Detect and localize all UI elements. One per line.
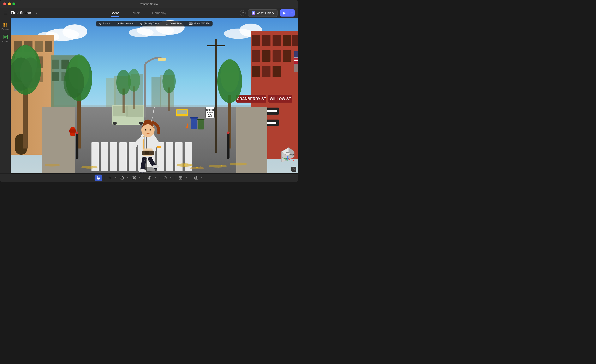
- tool-group-camera: ▾: [193, 175, 204, 181]
- rotate-tool-dropdown[interactable]: ▾: [126, 175, 130, 181]
- select-label: Select: [103, 22, 110, 25]
- move-tool-button[interactable]: [106, 175, 114, 181]
- play-button[interactable]: ▶: [280, 9, 289, 16]
- explorer-label: Explorer: [1, 28, 9, 30]
- svg-point-146: [81, 166, 98, 168]
- tool-select[interactable]: ⊙ Select: [99, 22, 110, 25]
- svg-rect-98: [185, 142, 192, 171]
- snap-tool-button[interactable]: [161, 175, 169, 181]
- svg-rect-202: [179, 176, 180, 178]
- camera-tool-button[interactable]: [193, 175, 200, 181]
- bottom-toolbar: ▾ ▾ ▾: [0, 173, 298, 182]
- title-bar: Yahaha Studio: [0, 0, 298, 8]
- svg-point-201: [165, 177, 165, 178]
- tool-divider-1: [113, 22, 113, 25]
- svg-rect-38: [52, 59, 60, 69]
- svg-rect-57: [273, 35, 281, 46]
- maximize-button[interactable]: [12, 2, 15, 5]
- svg-rect-139: [191, 117, 197, 129]
- tab-terrain[interactable]: Terrain: [125, 9, 146, 16]
- select-icon: ⊙: [99, 22, 102, 25]
- svg-rect-65: [262, 66, 270, 77]
- content-area: Explorer Assets: [0, 18, 298, 173]
- grid-tool-button[interactable]: [177, 175, 184, 181]
- svg-rect-8: [4, 36, 5, 36]
- svg-point-125: [128, 69, 140, 92]
- svg-point-145: [209, 165, 227, 167]
- pan-label: (Hold) Pan: [170, 22, 181, 25]
- svg-point-208: [195, 177, 197, 179]
- close-button[interactable]: [3, 2, 6, 5]
- svg-point-152: [180, 166, 181, 167]
- svg-rect-134: [71, 127, 74, 128]
- tool-pan[interactable]: ⏱ (Hold) Pan: [165, 22, 181, 25]
- tab-gameplay[interactable]: Gameplay: [146, 9, 172, 16]
- tool-rotate[interactable]: ⟳ Rotate view: [117, 22, 134, 25]
- scale-tool-dropdown[interactable]: ▾: [138, 175, 142, 181]
- svg-rect-27: [35, 41, 43, 52]
- traffic-lights: [3, 2, 15, 5]
- svg-point-156: [218, 167, 219, 167]
- window-title: Yahaha Studio: [140, 2, 158, 6]
- svg-text:15: 15: [208, 113, 212, 117]
- svg-rect-60: [252, 50, 260, 62]
- svg-rect-86: [42, 107, 75, 173]
- tool-group-scale: ▾: [130, 175, 142, 181]
- svg-rect-108: [144, 64, 146, 117]
- transform-tool-button[interactable]: [146, 175, 153, 181]
- svg-point-15: [129, 28, 154, 37]
- svg-rect-101: [112, 122, 117, 125]
- tool-group-snap: ▾: [161, 175, 173, 181]
- hand-tool-button[interactable]: [95, 175, 102, 181]
- sidebar-item-assets[interactable]: Assets: [1, 33, 10, 44]
- scene-title[interactable]: First Scene: [11, 11, 31, 15]
- svg-text:SPEED: SPEED: [206, 109, 214, 111]
- svg-rect-141: [198, 120, 204, 130]
- asset-library-button[interactable]: Asset Library: [248, 9, 277, 17]
- svg-rect-131: [76, 131, 78, 134]
- svg-point-114: [20, 58, 41, 88]
- svg-rect-66: [273, 66, 281, 77]
- tool-group-grid: ▾: [177, 175, 188, 181]
- svg-rect-5: [3, 35, 7, 39]
- tool-group-hand: [95, 175, 102, 181]
- svg-rect-140: [190, 117, 198, 118]
- tool-divider-3: [162, 22, 162, 25]
- resize-viewport-button[interactable]: ⤡: [291, 167, 296, 172]
- help-button[interactable]: ?: [240, 10, 246, 16]
- transform-tool-dropdown[interactable]: ▾: [154, 175, 157, 181]
- svg-rect-58: [283, 35, 291, 46]
- move-tool-dropdown[interactable]: ▾: [114, 175, 118, 181]
- svg-point-173: [150, 129, 151, 131]
- viewport[interactable]: CRANBERRY ST WILLOW ST ONE WAY ONE WAY: [11, 18, 298, 173]
- hamburger-menu-icon[interactable]: [3, 11, 8, 15]
- orientation-gizmo[interactable]: Front Right Top ✕: [279, 146, 296, 162]
- rotate-label: Rotate view: [120, 22, 134, 25]
- svg-point-158: [88, 167, 89, 168]
- svg-rect-130: [76, 132, 78, 159]
- svg-rect-97: [175, 142, 183, 171]
- svg-rect-129: [227, 131, 230, 134]
- tool-zoom[interactable]: ⊕ (Scroll) Zoom: [140, 22, 159, 25]
- divider-3: [159, 175, 159, 180]
- zoom-label: (Scroll) Zoom: [144, 22, 159, 25]
- scale-tool-button[interactable]: [130, 175, 138, 181]
- minimize-button[interactable]: [8, 2, 11, 5]
- scene-dropdown-icon[interactable]: ▾: [36, 12, 37, 15]
- divider-1: [104, 175, 104, 180]
- camera-tool-dropdown[interactable]: ▾: [200, 175, 204, 181]
- svg-point-150: [187, 164, 188, 165]
- sidebar-item-explorer[interactable]: Explorer: [1, 21, 10, 32]
- snap-tool-dropdown[interactable]: ▾: [169, 175, 173, 181]
- svg-rect-109: [158, 58, 166, 61]
- svg-rect-56: [262, 35, 270, 46]
- svg-rect-204: [179, 178, 180, 179]
- grid-tool-dropdown[interactable]: ▾: [185, 175, 188, 181]
- tab-scene[interactable]: Scene: [105, 9, 125, 16]
- svg-rect-107: [207, 45, 225, 46]
- pan-icon: ⏱: [165, 22, 168, 25]
- svg-rect-7: [4, 37, 6, 38]
- rotate-tool-button[interactable]: [118, 175, 126, 181]
- tool-move[interactable]: ⌨ Move (WASD): [188, 22, 210, 25]
- play-dropdown-button[interactable]: ▾: [289, 10, 295, 16]
